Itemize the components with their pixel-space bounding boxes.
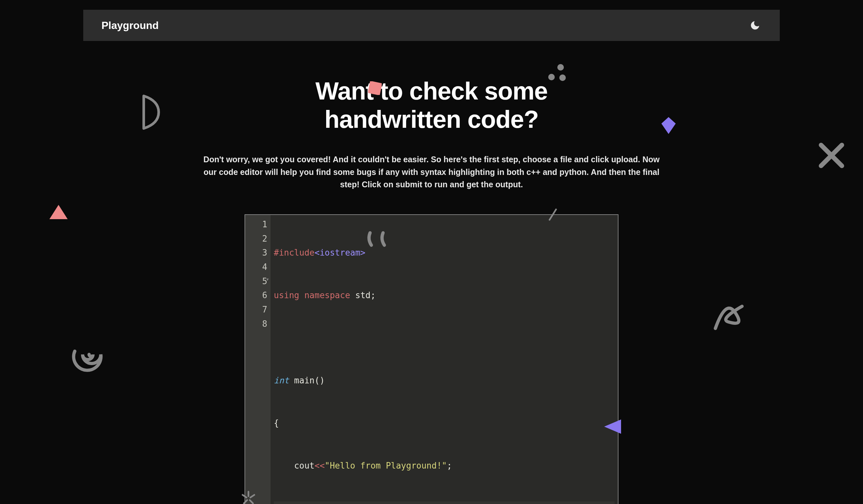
decoration-triangle-pink [49, 205, 67, 220]
code-line: { [274, 416, 615, 430]
code-line: cout<<"Hello from Playground!"; [274, 459, 615, 473]
code-line [274, 331, 615, 345]
line-number: 1 [250, 217, 267, 232]
line-number: 3 [250, 246, 267, 260]
code-line-active: return 0; [274, 501, 615, 504]
hero-section: Want to check some handwritten code? Don… [0, 77, 863, 191]
code-line: #include<iostream> [274, 246, 615, 260]
code-editor[interactable]: 1 2 3 4 5▾ 6 7 8 #include<iostream> usin… [245, 214, 618, 504]
line-number: 8 [250, 317, 267, 331]
page-subtitle: Don't worry, we got you covered! And it … [201, 153, 662, 191]
moon-icon [750, 20, 761, 31]
line-number: 2 [250, 232, 267, 246]
page-title: Want to check some handwritten code? [253, 77, 610, 134]
theme-toggle-button[interactable] [749, 19, 762, 32]
line-number: 7 [250, 303, 267, 317]
fold-marker-icon[interactable]: ▾ [266, 275, 269, 284]
decoration-spiral [72, 335, 111, 375]
line-number: 5▾ [250, 275, 267, 289]
editor-gutter: 1 2 3 4 5▾ 6 7 8 [245, 215, 271, 504]
header-bar: Playground [83, 10, 780, 41]
svg-point-2 [557, 64, 564, 71]
code-line: using namespace std; [274, 288, 615, 303]
line-number: 4 [250, 260, 267, 275]
decoration-loop [710, 296, 749, 336]
code-line: int main() [274, 374, 615, 388]
svg-marker-0 [49, 205, 67, 219]
header-title: Playground [101, 20, 159, 32]
line-number: 6 [250, 288, 267, 303]
editor-code-area[interactable]: #include<iostream> using namespace std; … [271, 215, 618, 504]
